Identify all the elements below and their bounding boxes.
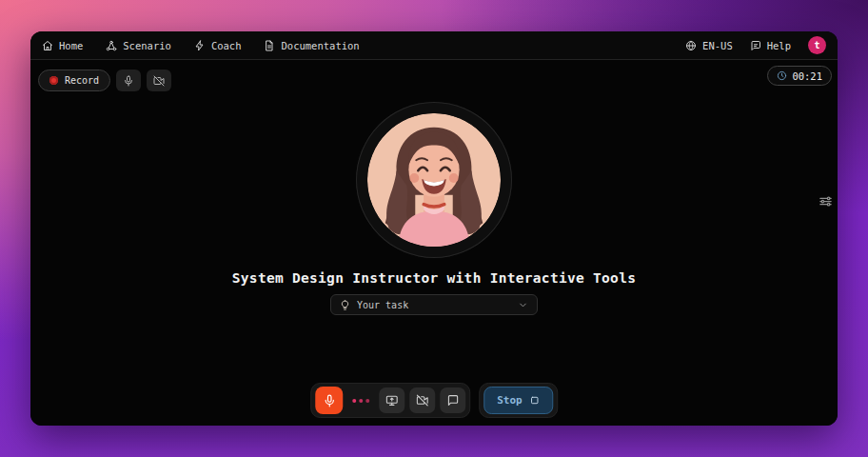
nav-right: EN-US Help t xyxy=(685,36,826,54)
waypoints-icon xyxy=(106,40,117,51)
sliders-icon xyxy=(819,194,833,209)
chat-icon xyxy=(446,394,459,407)
help-bubble-icon xyxy=(750,40,761,51)
video-off-button[interactable] xyxy=(409,387,435,413)
camera-toggle-button[interactable] xyxy=(147,70,171,91)
page-title: System Design Instructor with Interactiv… xyxy=(30,270,838,286)
screen-share-button[interactable] xyxy=(379,387,404,413)
home-icon xyxy=(42,40,53,51)
screen-share-icon xyxy=(385,394,398,407)
language-label: EN-US xyxy=(702,40,733,51)
video-off-icon xyxy=(416,394,428,407)
top-navbar: Home Scenario Coach Documentation EN-US xyxy=(30,31,838,60)
call-controls: Stop xyxy=(310,383,558,418)
mic-mute-button[interactable] xyxy=(315,387,343,414)
mic-icon xyxy=(123,75,134,87)
record-toolbar: Record xyxy=(38,70,171,91)
nav-item-scenario[interactable]: Scenario xyxy=(106,40,171,51)
zap-icon xyxy=(194,40,206,51)
lightbulb-icon xyxy=(340,300,350,310)
mic-icon xyxy=(323,394,336,407)
timer-value: 00:21 xyxy=(792,70,822,82)
clock-icon xyxy=(777,70,787,81)
media-controls-panel xyxy=(310,383,470,418)
record-button[interactable]: Record xyxy=(38,70,110,91)
nav-item-label: Scenario xyxy=(123,40,171,51)
mic-toggle-button[interactable] xyxy=(116,70,141,91)
nav-item-label: Documentation xyxy=(281,40,359,51)
stop-square-icon xyxy=(529,395,540,406)
instructor-avatar xyxy=(356,102,512,258)
task-dropdown-label: Your task xyxy=(357,300,408,310)
app-window: Home Scenario Coach Documentation EN-US xyxy=(30,31,838,426)
instructor-illustration xyxy=(366,112,502,248)
record-label: Record xyxy=(65,75,99,86)
chevron-down-icon xyxy=(518,300,528,310)
nav-item-home[interactable]: Home xyxy=(42,40,83,51)
record-dot-icon xyxy=(49,76,58,85)
settings-panel-toggle[interactable] xyxy=(816,191,835,210)
nav-item-label: Home xyxy=(59,40,83,51)
help-button[interactable]: Help xyxy=(750,40,791,51)
nav-item-coach[interactable]: Coach xyxy=(194,40,242,51)
main-nav: Home Scenario Coach Documentation xyxy=(42,40,360,51)
session-stage: Record 00:21 xyxy=(30,60,838,426)
task-dropdown[interactable]: Your task xyxy=(330,294,538,315)
help-label: Help xyxy=(767,40,791,51)
stop-label: Stop xyxy=(497,394,523,407)
chat-button[interactable] xyxy=(440,387,465,413)
globe-icon xyxy=(685,40,697,51)
nav-item-label: Coach xyxy=(211,40,242,51)
user-avatar-letter: t xyxy=(814,40,819,50)
stop-button[interactable]: Stop xyxy=(483,387,553,414)
session-timer: 00:21 xyxy=(767,66,832,86)
stop-panel: Stop xyxy=(479,383,558,418)
nav-item-documentation[interactable]: Documentation xyxy=(264,40,359,51)
video-off-icon xyxy=(153,75,165,87)
user-avatar[interactable]: t xyxy=(808,36,826,54)
language-selector[interactable]: EN-US xyxy=(685,40,733,51)
audio-level-indicator xyxy=(347,399,374,403)
file-text-icon xyxy=(264,40,275,51)
